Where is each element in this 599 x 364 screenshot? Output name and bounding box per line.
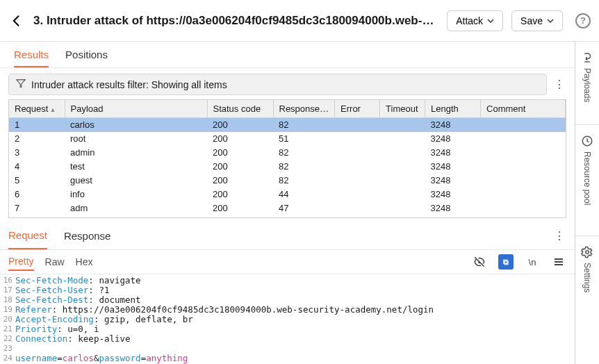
- cell: 5: [9, 174, 65, 188]
- results-menu-icon[interactable]: ⋮: [552, 78, 566, 92]
- column-header[interactable]: Comment: [481, 100, 566, 118]
- cell: [380, 201, 425, 215]
- table-row[interactable]: 7adm200473248: [9, 201, 566, 215]
- help-icon[interactable]: ?: [575, 13, 591, 28]
- tab-positions[interactable]: Positions: [65, 42, 108, 67]
- cell: [481, 160, 566, 174]
- column-header[interactable]: Request▲: [9, 100, 65, 118]
- cell: 2: [9, 132, 65, 146]
- column-header[interactable]: Length: [425, 100, 481, 118]
- results-table[interactable]: Request▲PayloadStatus codeResponse…Error…: [8, 99, 566, 218]
- cell: 82: [273, 146, 335, 160]
- table-row[interactable]: 4test200823248: [9, 160, 566, 174]
- payloads-icon: [581, 51, 593, 64]
- request-response-tabs: Request Response ⋮: [0, 222, 575, 250]
- back-arrow-icon[interactable]: [8, 13, 25, 29]
- cell: [335, 132, 380, 146]
- cell: 1: [9, 118, 65, 132]
- cell: 200: [207, 118, 273, 132]
- line-wrap-icon[interactable]: \n: [525, 254, 540, 270]
- line-number: 16: [0, 276, 15, 286]
- line-number: 24: [0, 354, 15, 363]
- code-line: 18Sec-Fetch-Dest: document: [0, 295, 575, 305]
- line-number: 18: [0, 295, 15, 305]
- cell: 82: [273, 160, 335, 174]
- right-sidebar: Payloads Resource pool Settings: [575, 42, 599, 364]
- column-header[interactable]: Error: [335, 100, 380, 118]
- sort-asc-icon: ▲: [49, 106, 56, 113]
- code-line: 21Priority: u=0, i: [0, 324, 575, 334]
- sidebar-item-settings[interactable]: Settings: [575, 236, 599, 320]
- cell: [481, 174, 566, 188]
- cell: [481, 188, 566, 201]
- view-tab-hex[interactable]: Hex: [76, 254, 93, 270]
- visibility-off-icon[interactable]: [472, 254, 487, 270]
- column-header[interactable]: Payload: [65, 100, 207, 118]
- code-content: Priority: u=0, i: [15, 324, 99, 334]
- cell: 82: [273, 118, 335, 132]
- svg-marker-0: [17, 80, 25, 88]
- save-button-label: Save: [520, 15, 543, 26]
- top-tabs: Results Positions: [0, 42, 575, 68]
- cell: [380, 132, 425, 146]
- save-button[interactable]: Save: [511, 10, 563, 31]
- cell: 3248: [425, 118, 481, 132]
- cell: 4: [9, 160, 65, 174]
- cell: [481, 118, 566, 132]
- sidebar-item-payloads[interactable]: Payloads: [575, 42, 599, 125]
- cell: 3248: [425, 188, 481, 201]
- line-number: 21: [0, 324, 15, 334]
- svg-point-5: [586, 251, 589, 254]
- tab-request[interactable]: Request: [8, 222, 47, 249]
- cell: [380, 174, 425, 188]
- code-content: Connection: keep-alive: [15, 334, 131, 344]
- cell: test: [65, 160, 207, 174]
- clock-icon: [581, 135, 593, 147]
- code-line: 19Referer: https://0a3e006204f0cf9485dc3…: [0, 305, 575, 315]
- table-row[interactable]: 3admin200823248: [9, 146, 566, 160]
- cell: 82: [273, 174, 335, 188]
- line-number: 20: [0, 315, 15, 324]
- request-body-editor[interactable]: 16Sec-Fetch-Mode: navigate17Sec-Fetch-Us…: [0, 274, 575, 364]
- gear-icon: [581, 246, 593, 258]
- line-number: 23: [0, 344, 15, 354]
- cell: 44: [273, 188, 335, 201]
- hamburger-icon[interactable]: [551, 254, 566, 270]
- column-header[interactable]: Response…: [273, 100, 335, 118]
- cell: [380, 160, 425, 174]
- code-line: 20Accept-Encoding: gzip, deflate, br: [0, 315, 575, 324]
- table-row[interactable]: 6info200443248: [9, 188, 566, 201]
- tab-response[interactable]: Response: [64, 223, 111, 249]
- newline-toggle-icon[interactable]: ⧉: [498, 254, 514, 270]
- tab-results[interactable]: Results: [14, 42, 49, 67]
- view-tab-pretty[interactable]: Pretty: [8, 253, 34, 271]
- code-line: 22Connection: keep-alive: [0, 334, 575, 344]
- cell: carlos: [65, 118, 207, 132]
- table-row[interactable]: 1carlos200823248: [9, 118, 566, 132]
- cell: 200: [207, 188, 273, 201]
- attack-button[interactable]: Attack: [447, 10, 503, 31]
- cell: 3248: [425, 132, 481, 146]
- column-header[interactable]: Status code: [207, 100, 273, 118]
- code-content: Referer: https://0a3e006204f0cf9485dc3c1…: [15, 305, 434, 315]
- code-line: 23: [0, 344, 575, 354]
- cell: [380, 146, 425, 160]
- table-row[interactable]: 5guest200823248: [9, 174, 566, 188]
- filter-text: Intruder attack results filter: Showing …: [31, 79, 227, 90]
- cell: 200: [207, 160, 273, 174]
- cell: 6: [9, 188, 65, 201]
- table-row[interactable]: 2root200513248: [9, 132, 566, 146]
- cell: [481, 201, 566, 215]
- filter-box[interactable]: Intruder attack results filter: Showing …: [8, 74, 547, 95]
- cell: [481, 146, 566, 160]
- code-line: 16Sec-Fetch-Mode: navigate: [0, 276, 575, 286]
- column-header[interactable]: Timeout: [380, 100, 425, 118]
- code-line: 24username=carlos&password=anything: [0, 354, 575, 363]
- sidebar-item-resource-pool[interactable]: Resource pool: [575, 125, 599, 236]
- code-content: username=carlos&password=anything: [15, 354, 188, 363]
- cell: 3248: [425, 160, 481, 174]
- code-content: Sec-Fetch-User: ?1: [15, 286, 109, 295]
- request-menu-icon[interactable]: ⋮: [552, 229, 566, 243]
- view-tab-raw[interactable]: Raw: [45, 254, 65, 270]
- sidebar-label: Resource pool: [582, 151, 592, 205]
